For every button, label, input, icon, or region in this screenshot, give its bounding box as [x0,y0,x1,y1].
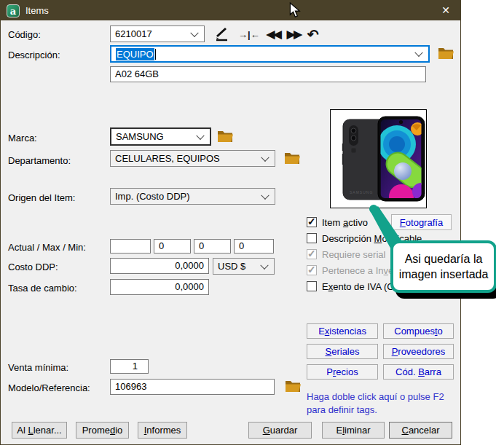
text-caret [155,49,156,60]
venta-minima-field[interactable]: 1 [110,359,149,374]
item-activo-label: Item activo [322,217,368,228]
svg-text:SAMSUNG: SAMSUNG [350,190,373,194]
callout-text: Asi quedaría la imagen insertada [399,253,489,280]
cancelar-button[interactable]: Cancelar [389,422,452,439]
descripcion-value: EQUIPO [116,48,154,60]
folder-browse-icon[interactable] [284,152,300,165]
descripcion-label: Descripción: [8,50,60,60]
tasa-cambio-label: Tasa de cambio: [8,283,77,294]
previous-record-icon[interactable]: ◀◀ [267,28,280,41]
min-field[interactable]: 0 [194,239,231,254]
moneda-value: USD $ [218,261,245,272]
next-record-icon[interactable]: ▶▶ [287,28,301,41]
proveedores-button[interactable]: Proveedores [383,344,454,359]
pertenece-inventario-checkbox [307,265,317,275]
descripcion-combobox[interactable]: EQUIPO [110,45,430,63]
codigo-value: 6210017 [115,28,152,39]
promedio-button[interactable]: Promedio [76,422,129,439]
close-icon[interactable]: ✕ [441,4,450,16]
pertenece-inventario-label: Pertenece a Inven [322,265,399,276]
descripcion2-field[interactable]: A02 64GB [110,66,426,82]
edit-pencil-icon[interactable] [214,26,232,42]
undo-icon[interactable]: ↶ [307,26,319,43]
chevron-down-icon [260,261,268,269]
origen-label: Origen del Item: [8,192,76,203]
item-activo-checkbox[interactable] [307,217,317,227]
marca-label: Marca: [8,133,37,144]
precios-button[interactable]: Precios [307,364,378,380]
app-logo-icon: a [7,4,20,17]
seriales-button[interactable]: Seriales [307,344,378,359]
eliminar-button[interactable]: Eliminar [322,422,385,439]
descripcion-modificable-checkbox[interactable] [307,233,317,243]
exento-iva-checkbox[interactable] [307,281,317,291]
folder-browse-icon[interactable] [285,380,301,393]
folder-browse-icon[interactable] [217,130,233,143]
costo-ddp-label: Costo DDP: [8,262,58,272]
departamento-combobox[interactable]: CELULARES, EQUIPOS [110,150,275,167]
actual-field[interactable] [110,239,151,254]
informes-button[interactable]: Informes [138,422,187,439]
folder-browse-icon[interactable] [438,47,454,60]
marca-value: SAMSUNG [116,131,164,142]
departamento-label: Departamento: [8,155,71,166]
min2-field[interactable]: 0 [234,239,274,254]
cod-barra-button[interactable]: Cód. Barra [383,364,454,380]
chevron-down-icon [414,49,422,57]
al-llenar-button[interactable]: Al Llenar... [12,422,67,439]
existencias-button[interactable]: Existencias [307,323,378,339]
descripcion2-value: A02 64GB [115,68,159,79]
window-title: Items [25,5,49,16]
moneda-combobox[interactable]: USD $ [213,258,275,275]
codigo-label: Código: [8,29,41,40]
modelo-referencia-label: Modelo/Referencia: [8,382,90,393]
record-toolbar: →|← ◀◀ ▶▶ ↶ [214,25,319,43]
tasa-cambio-field[interactable]: 0,0000 [110,279,209,295]
chevron-down-icon [196,131,204,139]
product-photo: SAMSUNG [330,109,427,208]
tags-hint[interactable]: Haga doble click aquí o pulse F2 para de… [307,390,462,417]
center-record-icon[interactable]: →|← [238,29,260,40]
origen-value: Imp. (Costo DDP) [115,191,190,202]
titlebar[interactable]: a Items ✕ [1,1,460,20]
departamento-value: CELULARES, EQUIPOS [115,153,220,164]
mouse-cursor-icon [289,2,301,18]
guardar-button[interactable]: Guardar [248,422,312,439]
compuesto-button[interactable]: Compuesto [383,323,454,339]
actual-max-min-label: Actual / Max / Min: [8,242,86,253]
codigo-combobox[interactable]: 6210017 [110,25,205,42]
callout-bubble: Asi quedaría la imagen insertada [390,240,496,293]
origen-combobox[interactable]: Imp. (Costo DDP) [110,188,275,205]
chevron-down-icon [261,153,269,161]
exento-iva-label: Exento de IVA (Co [322,281,399,292]
requiere-serial-checkbox [307,249,317,259]
chevron-down-icon [190,28,198,36]
chevron-down-icon [261,191,269,199]
marca-combobox[interactable]: SAMSUNG [110,127,211,146]
costo-ddp-field[interactable]: 0,0000 [110,258,209,274]
modelo-referencia-field[interactable]: 106963 [110,379,275,395]
venta-minima-label: Venta mínima: [8,362,68,373]
max-field[interactable]: 0 [154,239,191,254]
